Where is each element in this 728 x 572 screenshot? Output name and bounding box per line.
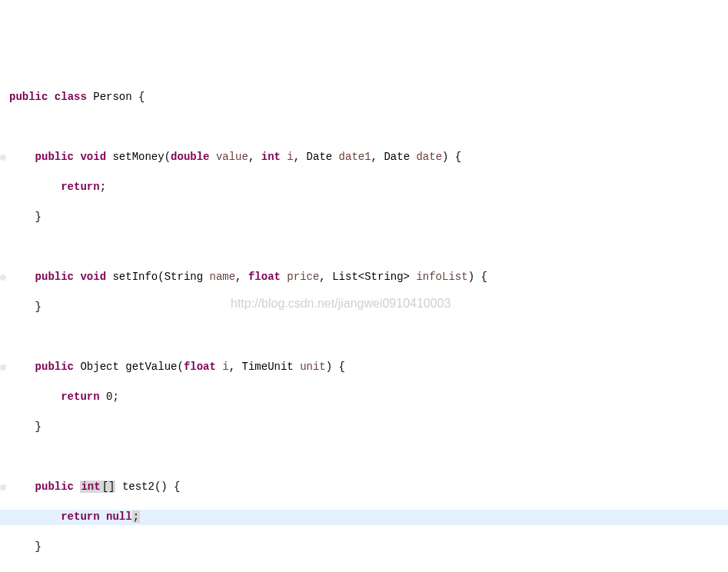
method-name: test2 <box>122 481 155 493</box>
brace: { <box>132 91 145 103</box>
type-float: float <box>248 271 281 283</box>
param-i: i <box>222 361 228 373</box>
code-line[interactable]: public void setMoney(double value, int i… <box>0 150 728 165</box>
code-line[interactable]: return 0; <box>0 390 728 405</box>
type-string: String <box>165 271 203 283</box>
type-timeunit: TimeUnit <box>242 361 294 373</box>
keyword-void: void <box>80 151 106 163</box>
code-line[interactable]: public int[] test2() { <box>0 480 728 495</box>
type-int: int <box>261 151 281 163</box>
return-value: 0; <box>100 391 119 403</box>
param-infolist: infoList <box>416 271 467 283</box>
code-line[interactable]: public Object getValue(float i, TimeUnit… <box>0 360 728 375</box>
type-int-highlighted: int <box>80 481 101 493</box>
keyword-public: public <box>35 361 74 373</box>
param-value: value <box>216 151 248 163</box>
type-date: Date <box>384 151 410 163</box>
code-line[interactable] <box>0 120 728 135</box>
type-list: List<String> <box>332 271 410 283</box>
semicolon: ; <box>100 181 106 193</box>
code-line[interactable]: } <box>0 540 728 555</box>
method-name: getValue <box>125 361 177 373</box>
keyword-null: null <box>100 510 132 523</box>
code-line[interactable] <box>0 330 728 345</box>
gutter-marker-icon[interactable] <box>0 364 6 371</box>
param-name: name <box>210 271 236 283</box>
gutter-marker-icon[interactable] <box>0 484 6 491</box>
code-line[interactable]: public void setInfo(String name, float p… <box>0 270 728 285</box>
keyword-return: return <box>61 510 99 523</box>
type-double: double <box>171 151 209 163</box>
class-name: Person <box>93 91 131 103</box>
param-date: date <box>416 151 442 163</box>
type-object: Object <box>80 361 118 373</box>
array-brackets: [] <box>101 481 116 493</box>
code-line[interactable]: } <box>0 300 728 315</box>
semicolon: ; <box>132 510 140 523</box>
param-unit: unit <box>300 361 326 373</box>
keyword-return: return <box>61 391 99 403</box>
keyword-public: public <box>9 91 48 103</box>
type-date: Date <box>307 151 333 163</box>
keyword-public: public <box>35 481 74 493</box>
keyword-class: class <box>55 91 87 103</box>
gutter-marker-icon[interactable] <box>0 155 6 161</box>
code-line[interactable] <box>0 240 728 255</box>
code-line[interactable]: } <box>0 210 728 225</box>
code-line[interactable] <box>0 450 728 465</box>
method-name: setMoney <box>112 151 164 163</box>
method-name: setInfo <box>112 271 158 283</box>
param-i: i <box>287 151 293 163</box>
type-float: float <box>184 361 216 373</box>
code-line[interactable]: public class Person { <box>0 90 728 105</box>
code-line[interactable]: return; <box>0 180 728 195</box>
keyword-void: void <box>80 271 106 283</box>
gutter-marker-icon[interactable] <box>0 274 6 281</box>
code-line-current[interactable]: return null; <box>0 510 728 525</box>
keyword-public: public <box>35 271 74 283</box>
code-line[interactable]: } <box>0 420 728 435</box>
keyword-public: public <box>35 151 74 163</box>
keyword-return: return <box>61 181 99 193</box>
param-price: price <box>287 271 319 283</box>
param-date1: date1 <box>339 151 371 163</box>
code-editor[interactable]: public class Person { public void setMon… <box>0 60 728 572</box>
